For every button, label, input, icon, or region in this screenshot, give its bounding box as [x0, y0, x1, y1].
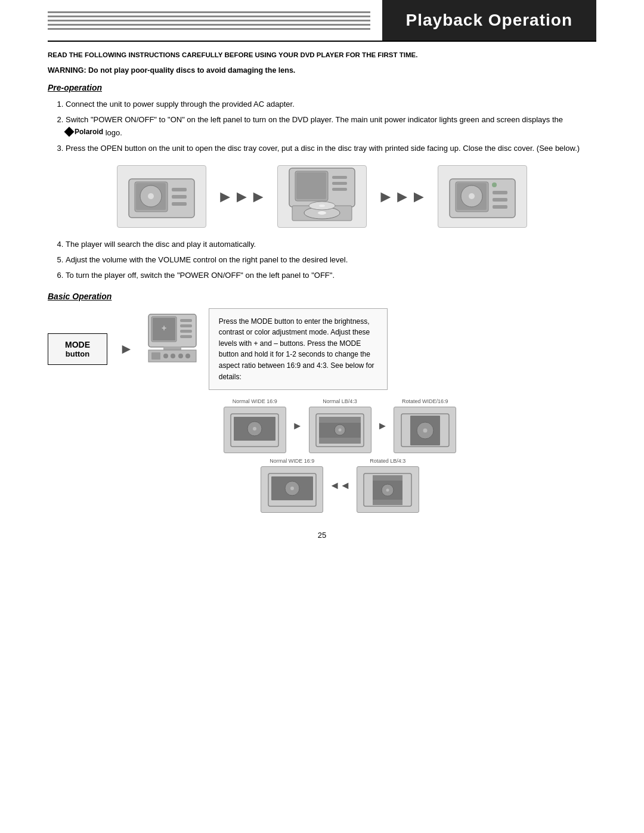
header-line-1 [48, 11, 370, 13]
svg-rect-26 [493, 198, 507, 202]
aspect-ratio-row-2: Normal WIDE 16:9 ◄◄ Rotated LB/4:3 [83, 458, 596, 513]
warning-text: WARNING: Do not play poor-quality discs … [48, 66, 596, 75]
aspect-label-3: Rotated WIDE/16:9 [402, 398, 448, 404]
aspect-frame-5 [357, 466, 419, 513]
aspect-frame-3 [394, 407, 456, 453]
svg-rect-39 [163, 354, 168, 358]
svg-point-52 [339, 428, 342, 431]
svg-point-56 [423, 428, 427, 432]
aspect-svg-5 [361, 470, 414, 509]
list-item: Switch "POWER ON/OFF" to "ON" on the lef… [66, 114, 596, 139]
page-title: Playback Operation [382, 0, 596, 41]
polaroid-text: Polaroid [75, 126, 103, 138]
svg-rect-42 [185, 354, 190, 358]
polaroid-diamond-icon [64, 126, 75, 137]
page-number: 25 [48, 531, 596, 540]
mode-description-text: Press the MODE button to enter the brigh… [209, 308, 388, 391]
list-item: To turn the player off, switch the "POWE… [66, 270, 596, 281]
svg-rect-64 [373, 500, 402, 505]
aspect-frame-1 [224, 407, 286, 453]
mode-button-sublabel: button [58, 349, 97, 358]
aspect-label-5: Rotated LB/4:3 [370, 458, 405, 464]
svg-point-15 [319, 205, 325, 207]
dvd-images-row: ►►► ►►► [48, 165, 596, 228]
svg-rect-32 [180, 324, 192, 327]
svg-point-4 [148, 193, 154, 199]
dvd-player-closed2-svg [444, 170, 521, 224]
header-line-4 [48, 24, 370, 26]
header-line-2 [48, 16, 370, 17]
arrow-icon-2: ►►► [377, 187, 427, 206]
svg-point-67 [386, 488, 389, 491]
arrow-icon-1: ►►► [217, 187, 267, 206]
aspect-arrow-left-icon: ◄◄ [329, 479, 351, 492]
aspect-box-wide-16-9: Normal WIDE 16:9 [224, 398, 286, 453]
svg-rect-10 [296, 172, 326, 199]
list-item: Press the OPEN button on the unit to ope… [66, 143, 596, 154]
svg-rect-31 [180, 319, 192, 322]
aspect-label-1: Normal WIDE 16:9 [233, 398, 277, 404]
svg-rect-49 [319, 438, 361, 444]
device-diagram: + [145, 308, 199, 370]
svg-point-23 [469, 193, 475, 199]
basic-operation-section: Basic Operation MODE button ► [48, 292, 596, 513]
svg-rect-40 [171, 354, 175, 358]
svg-rect-63 [373, 475, 402, 481]
svg-rect-16 [332, 176, 347, 179]
aspect-box-lb-4-3: Normal LB/4:3 [309, 398, 371, 453]
list-item: The player will search the disc and play… [66, 239, 596, 250]
svg-rect-25 [493, 191, 507, 194]
svg-rect-41 [178, 354, 183, 358]
header-decorative-lines [48, 0, 382, 41]
pre-operation-heading: Pre-operation [48, 83, 596, 92]
polaroid-logo: Polaroid [66, 126, 103, 138]
aspect-frame-2 [309, 407, 371, 453]
page-header: Playback Operation [48, 0, 596, 42]
aspect-svg-2 [313, 411, 367, 450]
aspect-svg-4 [265, 470, 319, 509]
aspect-label-4: Normal WIDE 16:9 [270, 458, 314, 464]
aspect-label-2: Normal LB/4:3 [323, 398, 357, 404]
aspect-svg-3 [398, 411, 452, 450]
dvd-player-closed-svg [123, 170, 200, 224]
aspect-svg-1 [228, 411, 281, 450]
svg-rect-48 [319, 417, 361, 423]
svg-rect-6 [172, 195, 187, 199]
basic-op-diagram: MODE button ► + [48, 308, 596, 391]
svg-rect-38 [151, 352, 160, 360]
dvd-player-open-svg [283, 165, 361, 228]
dvd-image-closed [117, 165, 206, 228]
svg-point-24 [492, 182, 497, 187]
pre-operation-list: Connect the unit to power supply through… [66, 98, 596, 154]
mode-button-box: MODE button [48, 333, 107, 365]
aspect-box-wide-16-9-b: Normal WIDE 16:9 [261, 458, 323, 513]
svg-rect-27 [493, 205, 507, 209]
list-item: Connect the unit to power supply through… [66, 98, 596, 110]
aspect-arrow-2: ► [377, 420, 388, 432]
aspect-return-arrow: ◄◄ [329, 479, 351, 492]
list-item: Adjust the volume with the VOLUME contro… [66, 254, 596, 266]
svg-point-60 [290, 487, 294, 490]
dvd-image-closed-2 [438, 165, 527, 228]
mode-device-svg: + [145, 308, 199, 368]
svg-text:+: + [162, 323, 166, 333]
header-line-3 [48, 20, 370, 21]
intro-notice: READ THE FOLLOWING INSTRUCTIONS CAREFULL… [48, 50, 596, 60]
aspect-box-rotated-wide: Rotated WIDE/16:9 [394, 398, 456, 453]
svg-rect-34 [180, 335, 192, 338]
aspect-box-rotated-lb: Rotated LB/4:3 [357, 458, 419, 513]
dvd-image-open [277, 165, 367, 228]
mode-button-label: MODE [58, 340, 97, 349]
aspect-frame-4 [261, 466, 323, 513]
header-line-5 [48, 28, 370, 30]
basic-operation-heading: Basic Operation [48, 292, 596, 301]
svg-rect-18 [332, 188, 347, 191]
page: Playback Operation READ THE FOLLOWING IN… [0, 0, 644, 833]
svg-rect-7 [172, 202, 187, 206]
svg-rect-33 [180, 330, 192, 333]
op-arrow-icon: ► [119, 340, 134, 357]
svg-point-13 [318, 211, 326, 215]
aspect-ratio-row-1: Normal WIDE 16:9 ► Normal LB/4:3 [83, 398, 596, 453]
pre-operation-list-2: The player will search the disc and play… [66, 239, 596, 281]
svg-point-46 [253, 427, 256, 431]
